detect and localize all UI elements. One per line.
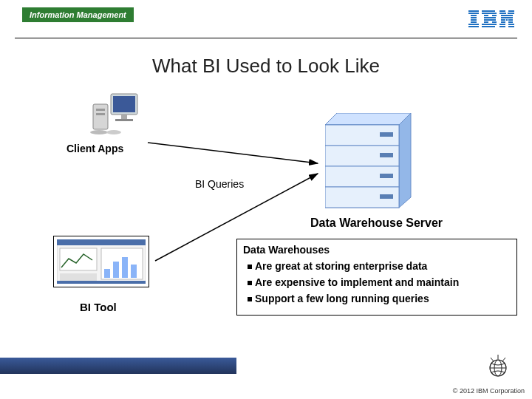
svg-rect-57 bbox=[57, 239, 146, 245]
callout-heading: Data Warehouses bbox=[243, 244, 511, 256]
svg-rect-13 bbox=[484, 19, 496, 21]
svg-rect-8 bbox=[482, 10, 495, 12]
svg-rect-19 bbox=[508, 10, 514, 12]
callout-list: Are great at storing enterprise data Are… bbox=[243, 260, 511, 304]
svg-rect-7 bbox=[468, 26, 479, 27]
svg-rect-15 bbox=[492, 21, 497, 23]
svg-rect-11 bbox=[492, 15, 497, 16]
svg-rect-41 bbox=[96, 109, 105, 111]
brand-badge: Information Management bbox=[22, 7, 134, 22]
svg-rect-23 bbox=[507, 15, 513, 16]
svg-rect-14 bbox=[484, 21, 488, 23]
svg-rect-21 bbox=[508, 13, 514, 14]
svg-rect-60 bbox=[104, 269, 110, 278]
svg-rect-5 bbox=[471, 21, 477, 23]
client-apps-label: Client Apps bbox=[66, 143, 123, 154]
svg-rect-33 bbox=[508, 26, 514, 27]
svg-line-71 bbox=[502, 358, 505, 361]
svg-marker-45 bbox=[325, 113, 411, 125]
svg-rect-31 bbox=[508, 24, 514, 25]
svg-rect-55 bbox=[380, 194, 393, 199]
ibm-logo-icon bbox=[468, 10, 514, 31]
svg-rect-17 bbox=[482, 26, 495, 27]
svg-line-34 bbox=[148, 143, 318, 163]
svg-rect-30 bbox=[499, 24, 505, 25]
svg-rect-32 bbox=[499, 26, 505, 27]
svg-point-44 bbox=[106, 130, 121, 134]
bi-queries-label: BI Queries bbox=[195, 178, 244, 190]
server-label: Data Warehouse Server bbox=[310, 216, 443, 230]
globe-icon bbox=[486, 355, 510, 381]
callout-panel: Data Warehouses Are great at storing ent… bbox=[236, 239, 517, 316]
svg-rect-53 bbox=[380, 153, 393, 157]
svg-rect-63 bbox=[131, 265, 137, 278]
copyright-text: © 2012 IBM Corporation bbox=[453, 387, 525, 395]
svg-rect-26 bbox=[506, 19, 508, 21]
callout-item: Support a few long running queries bbox=[248, 293, 511, 304]
svg-rect-40 bbox=[93, 104, 108, 129]
bi-tool-thumbnail bbox=[53, 236, 149, 287]
svg-rect-29 bbox=[508, 21, 513, 23]
svg-rect-54 bbox=[380, 174, 393, 178]
svg-rect-9 bbox=[482, 13, 497, 14]
svg-rect-3 bbox=[471, 17, 477, 18]
svg-rect-52 bbox=[380, 132, 393, 137]
svg-rect-27 bbox=[508, 19, 513, 21]
svg-rect-22 bbox=[501, 15, 507, 16]
slide-header: Information Management bbox=[15, 0, 517, 38]
svg-rect-4 bbox=[471, 19, 477, 21]
svg-rect-2 bbox=[471, 15, 477, 16]
bi-tool-label: BI Tool bbox=[80, 301, 117, 313]
svg-rect-65 bbox=[57, 281, 146, 284]
svg-rect-62 bbox=[122, 257, 128, 278]
svg-rect-0 bbox=[468, 10, 479, 12]
footer-bar bbox=[0, 358, 236, 374]
svg-rect-25 bbox=[501, 19, 505, 21]
svg-rect-37 bbox=[113, 96, 135, 112]
callout-item: Are great at storing enterprise data bbox=[248, 260, 511, 272]
svg-rect-20 bbox=[499, 13, 506, 14]
svg-marker-46 bbox=[399, 113, 411, 208]
diagram-area: Client Apps BI Queries Data Warehouse Se… bbox=[0, 91, 532, 305]
svg-rect-18 bbox=[499, 10, 505, 12]
svg-rect-64 bbox=[60, 273, 97, 281]
svg-rect-10 bbox=[484, 15, 488, 16]
server-icon bbox=[325, 113, 414, 209]
svg-rect-24 bbox=[501, 17, 513, 18]
svg-rect-6 bbox=[468, 24, 479, 25]
svg-rect-42 bbox=[96, 113, 105, 115]
svg-rect-1 bbox=[468, 13, 479, 14]
svg-rect-12 bbox=[484, 17, 496, 18]
callout-item: Are expensive to implement and maintain bbox=[248, 276, 511, 288]
svg-rect-39 bbox=[115, 119, 133, 121]
client-computer-icon bbox=[89, 91, 140, 135]
svg-rect-16 bbox=[482, 24, 497, 25]
svg-rect-28 bbox=[501, 21, 505, 23]
svg-rect-61 bbox=[113, 262, 119, 278]
svg-rect-38 bbox=[121, 115, 127, 119]
slide-title: What BI Used to Look Like bbox=[0, 55, 532, 78]
svg-point-43 bbox=[90, 130, 108, 134]
svg-line-70 bbox=[491, 358, 494, 361]
